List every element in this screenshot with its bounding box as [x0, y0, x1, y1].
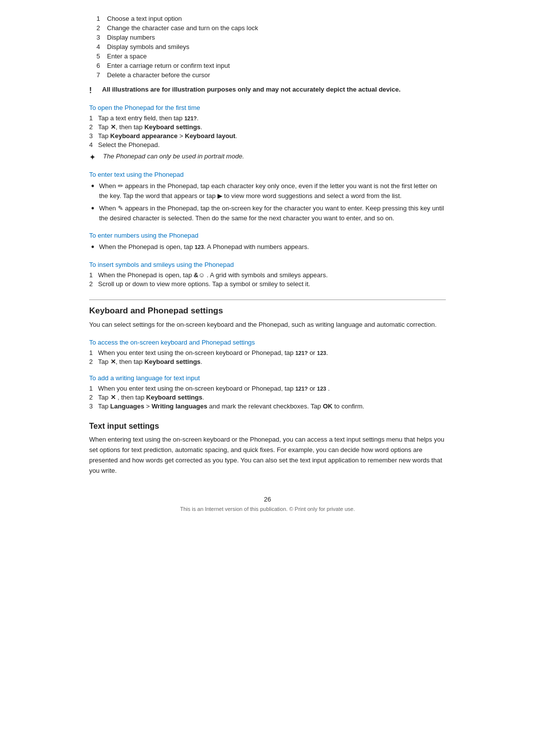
step-text: When you enter text using the on-screen … [98, 349, 328, 356]
step-item: 2 Tap ✕ , then tap Keyboard settings. [89, 394, 446, 401]
step-item: 1 When the Phonepad is open, tap &☺ . A … [89, 271, 446, 279]
section-heading: To enter text using the Phonepad [89, 171, 446, 178]
item-text: Display symbols and smileys [107, 43, 189, 50]
bullet-list: • When ✏ appears in the Phonepad, tap ea… [89, 181, 446, 223]
section-heading: To enter numbers using the Phonepad [89, 232, 446, 239]
step-item: 4 Select the Phonepad. [89, 141, 446, 149]
bullet-text: When ✎ appears in the Phonepad, tap the … [99, 203, 446, 223]
tip-text: The Phonepad can only be used in portrai… [103, 152, 244, 160]
section-heading: To access the on-screen keyboard and Pho… [89, 339, 446, 346]
step-text: When you enter text using the on-screen … [98, 385, 330, 392]
tip-icon: ✦ [89, 152, 99, 162]
footer-text: This is an Internet version of this publ… [89, 506, 446, 512]
step-num: 1 [89, 114, 98, 122]
step-num: 1 [89, 271, 98, 279]
item-text: Choose a text input option [107, 15, 182, 22]
section-writing-language: To add a writing language for text input… [89, 374, 446, 410]
item-text: Display numbers [107, 34, 155, 41]
keyboard-settings-body: You can select settings for the on-scree… [89, 320, 446, 330]
step-num: 1 [89, 349, 98, 356]
step-text: Tap ✕, then tap Keyboard settings. [98, 123, 202, 131]
item-text: Change the character case and turn on th… [107, 24, 258, 32]
text-input-settings-body: When entering text using the on-screen k… [89, 435, 446, 476]
step-item: 1 When you enter text using the on-scree… [89, 385, 446, 392]
steps-list: 1 When you enter text using the on-scree… [89, 349, 446, 365]
item-text: Enter a space [107, 52, 147, 60]
step-num: 3 [89, 403, 98, 410]
item-num: 2 [89, 24, 107, 32]
step-text: Tap ✕ , then tap Keyboard settings. [98, 394, 204, 401]
section-enter-text: To enter text using the Phonepad • When … [89, 171, 446, 223]
item-num: 1 [89, 15, 107, 22]
bullet-dot: • [89, 182, 99, 191]
steps-list: 1 Tap a text entry field, then tap 121?.… [89, 114, 446, 149]
list-item: 7 Delete a character before the cursor [89, 71, 446, 79]
h3-title: Text input settings [89, 422, 446, 431]
item-num: 7 [89, 71, 107, 79]
text-input-settings-section: Text input settings When entering text u… [89, 422, 446, 476]
step-num: 2 [89, 358, 98, 365]
bullet-item: • When ✏ appears in the Phonepad, tap ea… [89, 181, 446, 201]
list-item: 6 Enter a carriage return or confirm tex… [89, 62, 446, 69]
section-enter-numbers: To enter numbers using the Phonepad • Wh… [89, 232, 446, 252]
list-item: 1 Choose a text input option [89, 15, 446, 22]
bullet-list: • When the Phonepad is open, tap 123. A … [89, 242, 446, 252]
step-text: When the Phonepad is open, tap &☺ . A gr… [98, 271, 328, 279]
keyboard-settings-section: Keyboard and Phonepad settings You can s… [89, 300, 446, 330]
step-num: 2 [89, 394, 98, 401]
step-num: 3 [89, 132, 98, 140]
section-heading: To open the Phonepad for the first time [89, 104, 446, 111]
step-item: 1 Tap a text entry field, then tap 121?. [89, 114, 446, 122]
item-text: Enter a carriage return or confirm text … [107, 62, 230, 69]
item-num: 4 [89, 43, 107, 50]
item-text: Delete a character before the cursor [107, 71, 210, 79]
step-text: Scroll up or down to view more options. … [98, 280, 310, 288]
section-open-phonepad: To open the Phonepad for the first time … [89, 104, 446, 162]
step-text: Tap ✕, then tap Keyboard settings. [98, 358, 202, 365]
bullet-dot: • [89, 204, 99, 213]
warning-box: ! All illustrations are for illustration… [89, 86, 446, 95]
step-item: 3 Tap Languages > Writing languages and … [89, 403, 446, 410]
step-item: 3 Tap Keyboard appearance > Keyboard lay… [89, 132, 446, 140]
section-heading: To add a writing language for text input [89, 374, 446, 382]
step-num: 4 [89, 141, 98, 149]
bullet-text: When the Phonepad is open, tap 123. A Ph… [99, 242, 309, 252]
list-item: 2 Change the character case and turn on … [89, 24, 446, 32]
section-symbols: To insert symbols and smileys using the … [89, 261, 446, 288]
intro-numbered-list: 1 Choose a text input option 2 Change th… [89, 15, 446, 79]
warning-icon: ! [89, 86, 98, 95]
bullet-item: • When the Phonepad is open, tap 123. A … [89, 242, 446, 252]
page-number: 26 [89, 496, 446, 503]
item-num: 3 [89, 34, 107, 41]
tip-box: ✦ The Phonepad can only be used in portr… [89, 152, 446, 162]
bullet-text: When ✏ appears in the Phonepad, tap each… [99, 181, 446, 201]
list-item: 4 Display symbols and smileys [89, 43, 446, 50]
step-text: Tap a text entry field, then tap 121?. [98, 114, 199, 122]
step-text: Select the Phonepad. [98, 141, 160, 149]
step-item: 1 When you enter text using the on-scree… [89, 349, 446, 356]
section-access-keyboard: To access the on-screen keyboard and Pho… [89, 339, 446, 365]
list-item: 5 Enter a space [89, 52, 446, 60]
step-num: 2 [89, 280, 98, 288]
step-item: 2 Tap ✕, then tap Keyboard settings. [89, 123, 446, 131]
step-text: Tap Keyboard appearance > Keyboard layou… [98, 132, 237, 140]
page-footer: 26 This is an Internet version of this p… [89, 496, 446, 512]
item-num: 6 [89, 62, 107, 69]
item-num: 5 [89, 52, 107, 60]
list-item: 3 Display numbers [89, 34, 446, 41]
steps-list: 1 When you enter text using the on-scree… [89, 385, 446, 410]
section-heading: To insert symbols and smileys using the … [89, 261, 446, 268]
steps-list: 1 When the Phonepad is open, tap &☺ . A … [89, 271, 446, 288]
step-num: 1 [89, 385, 98, 392]
step-item: 2 Scroll up or down to view more options… [89, 280, 446, 288]
step-text: Tap Languages > Writing languages and ma… [98, 403, 364, 410]
step-num: 2 [89, 123, 98, 131]
bullet-item: • When ✎ appears in the Phonepad, tap th… [89, 203, 446, 223]
warning-text: All illustrations are for illustration p… [102, 86, 401, 93]
h2-title: Keyboard and Phonepad settings [89, 300, 446, 316]
bullet-dot: • [89, 243, 99, 252]
step-item: 2 Tap ✕, then tap Keyboard settings. [89, 358, 446, 365]
